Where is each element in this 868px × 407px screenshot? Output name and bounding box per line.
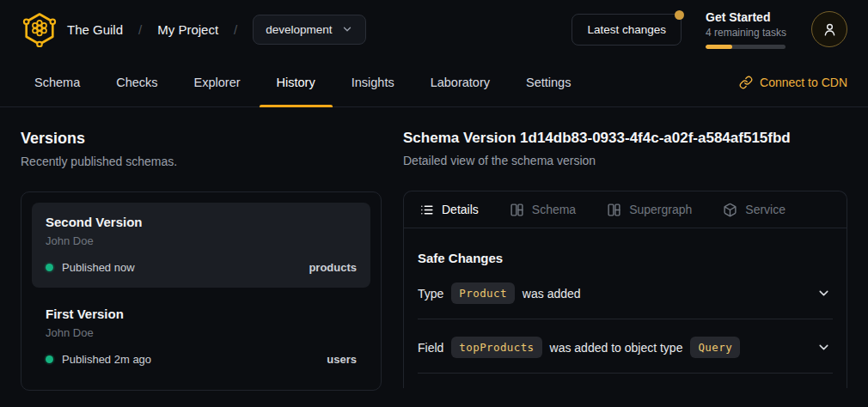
tab-supergraph[interactable]: Supergraph [607,203,692,217]
split-panel-icon [607,203,621,217]
main-content: Versions Recently published schemas. Sec… [0,107,868,407]
chevron-down-icon[interactable] [816,340,831,355]
safe-changes-heading: Safe Changes [418,251,833,265]
change-row-field-added[interactable]: Field topProducts was added to object ty… [418,319,833,374]
published-status-text: Published now [62,261,135,274]
change-prefix: Field [418,341,443,355]
detail-tab-bar: Details Schema Supergraph [404,191,847,228]
version-detail-panel: Schema Version 1d14db83-0933-4f4c-a02f-a… [403,130,847,407]
user-avatar-button[interactable] [811,11,847,47]
target-selector-dropdown[interactable]: development [253,15,365,45]
chevron-down-icon [341,23,353,35]
change-row-type-added[interactable]: Type Product was added [418,265,833,319]
breadcrumb-separator: / [138,22,142,37]
list-icon [419,203,434,217]
code-chip: Query [690,337,740,358]
guild-logo-icon[interactable] [21,10,58,48]
chevron-down-icon[interactable] [816,286,831,301]
tab-details-label: Details [442,203,479,216]
published-status-dot [46,264,53,271]
code-chip: topProducts [451,337,541,358]
version-service-name: users [327,353,357,366]
user-icon [822,21,838,38]
get-started-progress-bar [706,45,785,49]
primary-nav: Schema Checks Explorer History Insights … [0,58,868,107]
version-author: John Doe [46,234,357,247]
tab-settings[interactable]: Settings [524,58,572,106]
header-right-group: Latest changes Get Started 4 remaining t… [572,10,847,49]
tab-insights[interactable]: Insights [350,58,396,106]
version-meta-row: Published 2m ago users [46,353,357,366]
tab-schema-view[interactable]: Schema [510,203,576,217]
link-icon [739,76,753,89]
change-prefix: Type [418,287,443,301]
version-title: Second Version [46,215,357,229]
versions-panel: Versions Recently published schemas. Sec… [21,130,382,407]
version-title: First Version [46,307,357,321]
box-icon [723,203,737,217]
version-list-item-first[interactable]: First Version John Doe Published 2m ago … [32,295,370,380]
breadcrumb-org[interactable]: The Guild [67,22,123,37]
schema-version-subtitle: Detailed view of the schema version [403,154,847,167]
connect-to-cdn-label: Connect to CDN [760,76,847,89]
breadcrumb: The Guild / My Project / [67,22,237,37]
version-author: John Doe [46,326,357,339]
versions-subtitle: Recently published schemas. [21,155,382,168]
tab-details[interactable]: Details [419,203,479,217]
get-started-remaining-tasks: 4 remaining tasks [706,27,787,39]
latest-changes-label: Latest changes [587,23,666,36]
get-started-title: Get Started [706,10,787,24]
schema-version-title: Schema Version 1d14db83-0933-4f4c-a02f-a… [403,130,847,147]
progress-fill [706,45,732,49]
tab-laboratory[interactable]: Laboratory [429,58,492,106]
version-service-name: products [309,261,357,274]
get-started-widget[interactable]: Get Started 4 remaining tasks [706,10,787,49]
tab-supergraph-label: Supergraph [629,203,692,216]
tab-schema-view-label: Schema [532,203,576,216]
breadcrumb-separator: / [234,22,237,37]
tab-service[interactable]: Service [723,203,785,217]
version-detail-card: Details Schema Supergraph [403,191,847,388]
tab-checks[interactable]: Checks [114,58,159,106]
tab-schema[interactable]: Schema [33,58,82,106]
tab-service-label: Service [745,203,785,216]
app-root: The Guild / My Project / development Lat… [0,0,868,407]
change-description: Field topProducts was added to object ty… [418,337,740,358]
versions-title: Versions [21,130,382,148]
breadcrumb-project[interactable]: My Project [157,22,218,37]
change-middle: was added to object type [550,341,683,355]
version-meta-row: Published now products [46,261,357,274]
split-panel-icon [510,203,524,217]
target-selector-value: development [266,23,332,36]
detail-content: Safe Changes Type Product was added [404,228,847,374]
change-suffix: was added [523,287,581,301]
latest-changes-button[interactable]: Latest changes [572,14,682,46]
tab-history[interactable]: History [275,58,317,106]
connect-to-cdn-link[interactable]: Connect to CDN [739,58,847,106]
change-description: Type Product was added [418,282,581,304]
versions-list: Second Version John Doe Published now pr… [21,191,382,391]
top-header: The Guild / My Project / development Lat… [0,0,868,58]
published-status-text: Published 2m ago [62,353,151,366]
version-list-item-second[interactable]: Second Version John Doe Published now pr… [32,203,370,288]
code-chip: Product [451,282,514,304]
published-status-dot [46,355,53,363]
nav-tab-list: Schema Checks Explorer History Insights … [33,58,572,106]
notification-dot [675,10,684,20]
tab-explorer[interactable]: Explorer [193,58,242,106]
